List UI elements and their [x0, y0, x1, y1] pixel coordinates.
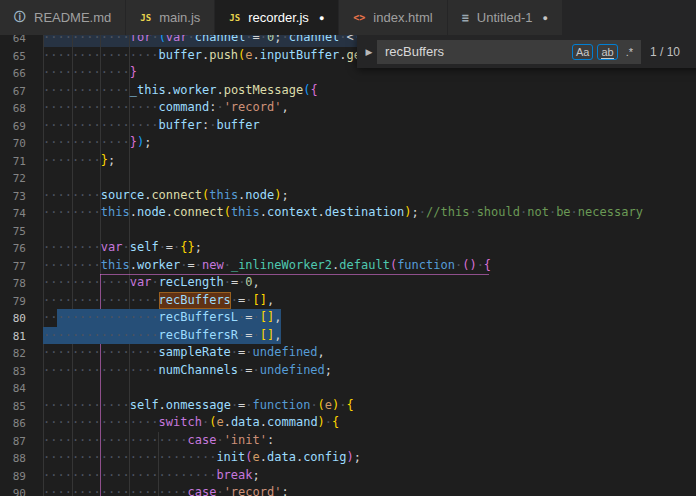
code-line[interactable]: 84	[0, 379, 696, 397]
code-line[interactable]: 89························break;	[0, 467, 696, 485]
line-number[interactable]: 90	[0, 484, 26, 496]
whitespace-dots: ·	[151, 35, 158, 44]
whitespace-dots: ············	[43, 135, 130, 149]
code-text: ························init(e.data.conf…	[43, 450, 361, 464]
whitespace-dots: ·	[477, 258, 484, 272]
code-text: ············}	[43, 65, 137, 79]
whitespace-dots: ················	[43, 363, 159, 377]
code-line[interactable]: 67············_this.worker.postMessage({	[0, 82, 696, 100]
info-file-icon: ⓘ	[14, 9, 26, 26]
line-number[interactable]: 81	[0, 327, 26, 345]
line-number[interactable]: 71	[0, 152, 26, 170]
code-text: ················recBuffers·=·[],	[43, 293, 274, 307]
code-line[interactable]: 79················recBuffers·=·[],	[0, 292, 696, 310]
code-line[interactable]: 73········source.connect(this.node);	[0, 187, 696, 205]
line-number[interactable]: 72	[0, 169, 26, 187]
code-text: ················recBuffersL·=·[],	[43, 310, 281, 324]
code-line[interactable]: 74········this.node.connect(this.context…	[0, 204, 696, 222]
tab-main-js[interactable]: JSmain.js	[126, 0, 214, 35]
whitespace-dots: ·	[245, 398, 252, 412]
whitespace-dots: ················	[43, 293, 159, 307]
line-number[interactable]: 64	[0, 35, 26, 47]
code-line[interactable]: 82················sampleRate·=·undefined…	[0, 344, 696, 362]
line-number[interactable]: 66	[0, 64, 26, 82]
code-text: ················sampleRate·=·undefined,	[43, 345, 325, 359]
code-line[interactable]: 80················recBuffersL·=·[],	[0, 309, 696, 327]
line-number[interactable]: 79	[0, 292, 26, 310]
tab-readme-md[interactable]: ⓘREADME.md	[0, 0, 125, 35]
match-case-button[interactable]: Aa	[572, 44, 593, 60]
whitespace-dots: ····················	[43, 433, 188, 447]
code-text: ············});	[43, 135, 151, 149]
code-line[interactable]: 86················switch·(e.data.command…	[0, 414, 696, 432]
line-number[interactable]: 83	[0, 362, 26, 380]
whitespace-dots: ················	[43, 310, 159, 324]
line-number[interactable]: 85	[0, 397, 26, 415]
line-number[interactable]: 76	[0, 239, 26, 257]
whitespace-dots: ········	[43, 188, 101, 202]
line-number[interactable]: 80	[0, 309, 26, 327]
code-line[interactable]: 78············var·recLength·=·0,	[0, 274, 696, 292]
code-text: ················command:·'record',	[43, 100, 289, 114]
find-input[interactable]: recBuffers Aa ab .*	[377, 40, 641, 64]
code-editor[interactable]: 64············for·(var·channel·=·0;·chan…	[0, 35, 696, 496]
regex-button[interactable]: .*	[622, 44, 637, 60]
line-number[interactable]: 77	[0, 257, 26, 275]
line-number[interactable]: 75	[0, 222, 26, 240]
line-number[interactable]: 78	[0, 274, 26, 292]
code-text: ········var·self·=·{};	[43, 240, 202, 254]
tab-recorder-js[interactable]: JSrecorder.js●	[215, 0, 338, 35]
whitespace-dots: ················	[43, 48, 159, 62]
code-line[interactable]: 69················buffer:·buffer	[0, 117, 696, 135]
line-number[interactable]: 65	[0, 47, 26, 65]
line-number[interactable]: 67	[0, 82, 26, 100]
whitespace-dots: ·	[151, 275, 158, 289]
code-line[interactable]: 72	[0, 169, 696, 187]
whitespace-dots: ·	[253, 310, 260, 324]
whitespace-dots: ·	[188, 35, 195, 44]
code-line[interactable]: 90····················case·'record':	[0, 484, 696, 496]
line-number[interactable]: 82	[0, 344, 26, 362]
line-number[interactable]: 88	[0, 449, 26, 467]
whitespace-dots: ········	[43, 153, 101, 167]
code-line[interactable]: 71········};	[0, 152, 696, 170]
tab-index-html[interactable]: <>index.html	[339, 0, 446, 35]
line-number[interactable]: 68	[0, 99, 26, 117]
line-number[interactable]: 86	[0, 414, 26, 432]
whole-word-button[interactable]: ab	[597, 44, 617, 60]
line-number[interactable]: 87	[0, 432, 26, 450]
code-line[interactable]: 85············self.onmessage·=·function·…	[0, 397, 696, 415]
whitespace-dots: ························	[43, 450, 216, 464]
tab-untitled-1[interactable]: ≡Untitled-1●	[448, 0, 562, 35]
code-line[interactable]: 70············});	[0, 134, 696, 152]
code-line[interactable]: 75	[0, 222, 696, 240]
find-expand-chevron-icon[interactable]: ▶	[361, 47, 377, 57]
code-text: ························break;	[43, 468, 260, 482]
line-number[interactable]: 74	[0, 204, 26, 222]
whitespace-dots: ·	[224, 275, 231, 289]
code-line[interactable]: 83················numChannels·=·undefine…	[0, 362, 696, 380]
line-number[interactable]: 73	[0, 187, 26, 205]
js-file-icon: JS	[140, 13, 151, 23]
whitespace-dots: ·	[180, 258, 187, 272]
modified-dot-icon[interactable]: ●	[319, 13, 324, 23]
code-lines: 64············for·(var·channel·=·0;·chan…	[0, 35, 696, 496]
code-line[interactable]: 87····················case·'init':	[0, 432, 696, 450]
code-line[interactable]: 77········this.worker·=·new·_inlineWorke…	[0, 257, 696, 275]
whitespace-dots: ········	[43, 240, 101, 254]
find-query-text[interactable]: recBuffers	[385, 44, 568, 59]
whitespace-dots: ············	[43, 35, 130, 44]
html-file-icon: <>	[353, 12, 365, 23]
line-number[interactable]: 89	[0, 467, 26, 485]
whitespace-dots: ·	[159, 240, 166, 254]
whitespace-dots: ·	[253, 363, 260, 377]
code-line[interactable]: 76········var·self·=·{};	[0, 239, 696, 257]
line-number[interactable]: 69	[0, 117, 26, 135]
code-text: ············_this.worker.postMessage({	[43, 83, 318, 97]
code-line[interactable]: 88························init(e.data.co…	[0, 449, 696, 467]
code-line[interactable]: 68················command:·'record',	[0, 99, 696, 117]
code-line[interactable]: 81················recBuffersR·=·[],	[0, 327, 696, 345]
modified-dot-icon[interactable]: ●	[542, 13, 547, 23]
line-number[interactable]: 70	[0, 134, 26, 152]
line-number[interactable]: 84	[0, 379, 26, 397]
